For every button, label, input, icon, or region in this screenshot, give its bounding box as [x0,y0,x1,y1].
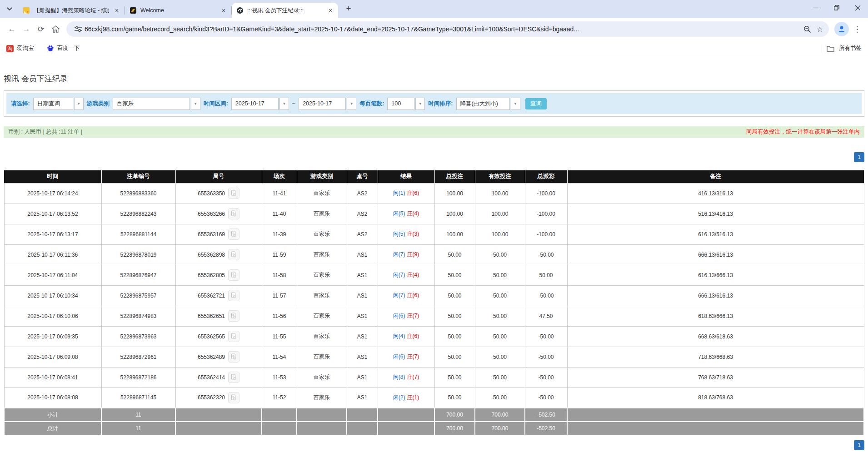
tab-close-icon[interactable]: × [219,6,228,15]
sort-select[interactable]: 降冪(由大到小) ▼ [456,98,520,110]
round-cell: 655363169 [175,224,262,244]
result-banker: 庄(7) [407,313,419,319]
total-bet-cell[interactable]: 100.00 [434,224,475,244]
payout-cell: -100.00 [525,204,567,224]
tab-forum[interactable]: 【新提醒】海燕策略论坛 - 综合 × [18,3,125,18]
total-bet-cell[interactable]: 50.00 [434,285,475,306]
subtotal-row-cell: -502.50 [525,408,567,422]
date-end-value[interactable]: 2025-10-17 [299,98,346,110]
date-start-value[interactable]: 2025-10-17 [231,98,279,110]
bookmark-baidu[interactable]: 百度一下 [47,45,80,52]
all-bookmarks[interactable]: 所有书签 [822,45,862,53]
back-button[interactable]: ← [5,22,19,36]
pagination-bottom: 1 [4,440,864,450]
game-type-select[interactable]: 百家乐 ▼ [113,98,200,110]
replay-icon-button[interactable] [228,351,239,363]
table-no-cell: AS1 [347,387,378,408]
tab-search-button[interactable] [4,3,15,15]
close-window-button[interactable] [847,0,868,15]
column-header: 桌号 [347,170,378,183]
bookmark-label: 百度一下 [57,45,80,52]
page-size-value[interactable]: 100 [387,98,414,110]
tab-close-icon[interactable]: × [326,6,334,15]
chevron-down-icon[interactable]: ▼ [415,98,425,110]
query-type-value[interactable]: 日期查询 [33,98,73,110]
date-end-select[interactable]: 2025-10-17 ▼ [299,98,356,110]
magnifier-minus-icon [803,25,811,33]
sort-value[interactable]: 降冪(由大到小) [456,98,510,110]
bet-id-cell: 522896873963 [101,326,175,347]
game-type-cell: 百家乐 [297,183,347,204]
url-bar[interactable]: 66cxkj98.com/game/betrecord_search/kind3… [66,21,829,37]
total-bet-cell[interactable]: 100.00 [434,204,475,224]
browser-toolbar: ← → ⟳ 66cxkj98.com/game/betrecord_search… [0,18,868,40]
bookmark-star-icon[interactable]: ☆ [813,23,826,35]
session-cell: 11-41 [262,183,297,204]
table-row: 2025-10-17 06:13:52522896882243655363266… [4,204,864,224]
total-bet-cell[interactable]: 50.00 [434,326,475,347]
replay-icon-button[interactable] [228,392,239,403]
total-bet-cell[interactable]: 50.00 [434,387,475,408]
total-bet-cell[interactable]: 50.00 [434,306,475,326]
replay-icon-button[interactable] [228,331,239,342]
baidu-paw-icon [47,45,54,52]
maximize-button[interactable] [826,0,847,15]
person-icon [838,25,846,33]
chevron-down-icon[interactable]: ▼ [74,98,84,110]
chevron-down-icon[interactable]: ▼ [191,98,200,110]
replay-card-icon [230,210,237,217]
page-1-button[interactable]: 1 [854,152,864,162]
result-cell: 闲(6)庄(7) [378,306,434,326]
total-bet-cell[interactable]: 50.00 [434,367,475,387]
home-button[interactable] [48,22,63,36]
total-bet-cell[interactable]: 100.00 [434,183,475,204]
table-row: 2025-10-17 06:08:08522896871145655362320… [4,387,864,408]
total-bet-cell[interactable]: 50.00 [434,244,475,265]
date-start-select[interactable]: 2025-10-17 ▼ [231,98,289,110]
minimize-button[interactable] [805,0,826,15]
total-row-cell [175,422,262,435]
tab-title: Welcome [140,7,216,14]
tab-close-icon[interactable]: × [113,6,121,15]
replay-icon-button[interactable] [228,208,239,219]
new-tab-button[interactable]: + [343,3,354,15]
remark-cell: 516.13/416.13 [567,204,864,224]
total-bet-cell[interactable]: 50.00 [434,347,475,367]
chevron-down-icon[interactable]: ▼ [279,98,289,110]
reload-button[interactable]: ⟳ [34,22,48,36]
chevron-down-icon [7,7,12,11]
browser-menu-button[interactable]: ⋮ [851,25,863,34]
replay-icon-button[interactable] [228,249,239,260]
subtotal-row-cell: 700.00 [434,408,475,422]
chevron-down-icon[interactable]: ▼ [511,98,520,110]
replay-icon-button[interactable] [228,290,239,301]
total-bet-cell[interactable]: 50.00 [434,265,475,285]
tab-bet-records-active[interactable]: :::视讯 会员下注纪录::: × [232,3,338,18]
page-size-select[interactable]: 100 ▼ [387,98,425,110]
replay-icon-button[interactable] [228,269,239,281]
replay-icon-button[interactable] [228,228,239,240]
table-header-row: 时间注单编号局号场次游戏类别桌号结果总投注有效投注总派彩备注 [4,170,864,183]
profile-avatar[interactable] [834,22,849,36]
chevron-down-icon[interactable]: ▼ [347,98,356,110]
replay-icon-button[interactable] [228,188,239,199]
payout-cell: -50.00 [525,347,567,367]
zoom-out-icon[interactable] [801,23,813,35]
game-type-value[interactable]: 百家乐 [113,98,190,110]
page-1-button[interactable]: 1 [854,440,864,450]
search-button[interactable]: 查询 [525,98,547,109]
table-no-cell: AS2 [347,224,378,244]
tab-welcome[interactable]: Welcome × [125,3,231,18]
site-settings-tune-icon[interactable] [72,23,85,35]
bet-id-cell: 522896871145 [101,387,175,408]
total-row: 总计11700.00700.00-502.50 [4,422,864,435]
payout-cell: -50.00 [525,367,567,387]
payout-cell: 47.50 [525,306,567,326]
forward-button[interactable]: → [19,22,34,36]
url-text[interactable]: 66cxkj98.com/game/betrecord_search/kind3… [85,25,801,33]
replay-icon-button[interactable] [228,310,239,322]
bet-id-cell: 522896878019 [101,244,175,265]
bookmark-taobao[interactable]: 淘 爱淘宝 [6,45,34,52]
query-type-select[interactable]: 日期查询 ▼ [33,98,84,110]
replay-icon-button[interactable] [228,372,239,383]
